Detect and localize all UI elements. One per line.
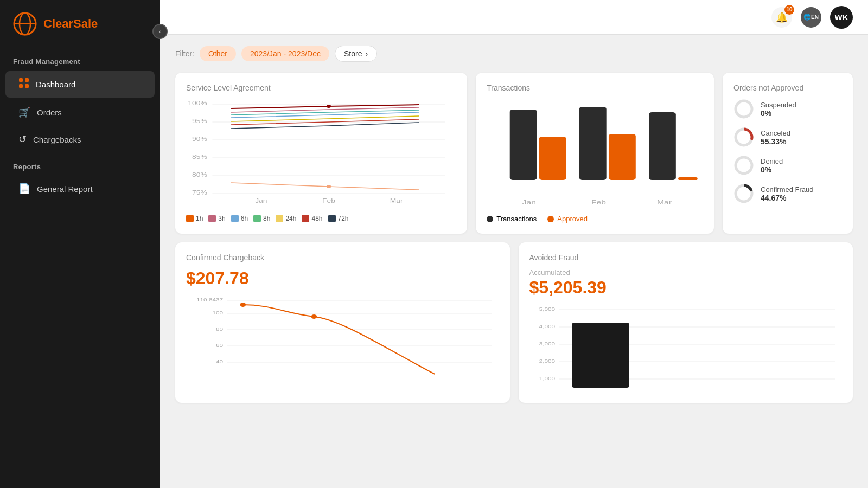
canceled-value: 55.33%: [761, 137, 790, 146]
transactions-legend: Transactions Approved: [487, 215, 703, 223]
sidebar-item-general-report[interactable]: 📄 General Report: [5, 176, 155, 201]
tx-legend-transactions: Transactions: [487, 215, 537, 223]
svg-text:100%: 100%: [188, 100, 207, 107]
svg-point-50: [311, 314, 317, 319]
svg-text:5,000: 5,000: [539, 306, 555, 311]
svg-rect-29: [678, 177, 698, 180]
chargeback-chart: 110.8437 100 80 60 40: [186, 294, 499, 381]
stat-confirmed-fraud: Confirmed Fraud 44.67%: [733, 183, 842, 204]
content-area: Filter: Other 2023/Jan - 2023/Dec Store …: [160, 35, 868, 488]
svg-text:95%: 95%: [192, 118, 207, 125]
sla-legend: 1h 3h 6h 8h: [186, 215, 456, 222]
sidebar-item-dashboard[interactable]: Dashboard: [5, 71, 155, 98]
user-initials: WK: [835, 12, 848, 22]
donut-denied: [733, 155, 754, 176]
sidebar-collapse-button[interactable]: ‹: [152, 24, 168, 39]
stat-suspended: Suspended 0%: [733, 99, 842, 119]
general-report-icon: 📄: [18, 183, 30, 195]
filter-chip-date[interactable]: 2023/Jan - 2023/Dec: [241, 46, 329, 61]
language-button[interactable]: 🌐 EN: [801, 7, 821, 28]
notifications-button[interactable]: 🔔 10: [771, 7, 792, 28]
sidebar: ClearSale ‹ Fraud Management Dashboard 🛒…: [0, 0, 160, 488]
sla-title: Service Level Agreement: [186, 84, 456, 92]
canceled-label: Canceled: [761, 129, 790, 137]
stat-denied: Denied 0%: [733, 155, 842, 176]
section1-label: Fraud Management: [0, 48, 160, 70]
svg-text:Jan: Jan: [255, 198, 267, 204]
legend-1h: 1h: [186, 215, 203, 222]
general-report-label: General Report: [37, 184, 93, 194]
donut-canceled: [733, 127, 754, 147]
svg-rect-25: [539, 137, 566, 180]
chargebacks-icon: ↺: [18, 133, 27, 145]
section2-label: Reports: [0, 153, 160, 175]
dashboard-icon: [18, 78, 29, 91]
svg-rect-24: [510, 110, 537, 180]
legend-8h: 8h: [253, 215, 270, 222]
svg-text:40: 40: [216, 359, 223, 364]
svg-text:1,000: 1,000: [539, 376, 555, 381]
user-avatar[interactable]: WK: [830, 6, 853, 29]
main-area: 🔔 10 🌐 EN WK Filter: Other 2023/Jan - 20…: [160, 0, 868, 488]
filter-chip-other[interactable]: Other: [200, 46, 236, 61]
legend-6h: 6h: [231, 215, 248, 222]
denied-label: Denied: [761, 157, 783, 165]
svg-point-22: [327, 105, 331, 108]
donut-suspended: [733, 99, 754, 119]
sidebar-item-orders[interactable]: 🛒 Orders: [5, 100, 155, 125]
stat-canceled: Canceled 55.33%: [733, 127, 842, 147]
legend-72h: 72h: [328, 215, 349, 222]
svg-rect-28: [649, 112, 676, 180]
fraud-label: Confirmed Fraud: [761, 185, 814, 194]
row-1: Service Level Agreement 100% 95% 90% 85%…: [175, 73, 853, 234]
accumulated-label: Accumulated: [529, 268, 843, 277]
svg-text:80: 80: [216, 326, 223, 331]
dashboard-label: Dashboard: [36, 80, 75, 89]
chargeback-card: Confirmed Chargeback $207.78 110.8437 10…: [175, 242, 510, 403]
suspended-value: 0%: [761, 109, 796, 118]
filter-chip-store[interactable]: Store ›: [335, 46, 377, 62]
chargeback-title: Confirmed Chargeback: [186, 253, 499, 262]
legend-48h: 48h: [302, 215, 322, 222]
svg-point-33: [736, 101, 752, 117]
chargeback-value: $207.78: [186, 268, 499, 288]
svg-rect-6: [25, 84, 29, 88]
svg-rect-4: [25, 78, 29, 82]
chargebacks-label: Chargebacks: [33, 135, 81, 144]
filter-bar: Filter: Other 2023/Jan - 2023/Dec Store …: [175, 46, 853, 62]
svg-text:60: 60: [216, 343, 223, 348]
orders-not-approved-title: Orders not Approved: [733, 84, 842, 92]
header: 🔔 10 🌐 EN WK: [160, 0, 868, 35]
logo-icon: [13, 12, 37, 36]
avoided-fraud-title: Avoided Fraud: [529, 253, 843, 262]
logo-area: ClearSale: [0, 0, 160, 48]
language-icon: 🌐: [803, 14, 811, 21]
svg-rect-26: [579, 107, 607, 180]
svg-text:Jan: Jan: [522, 199, 536, 206]
svg-text:90%: 90%: [192, 136, 207, 143]
tx-legend-approved: Approved: [547, 215, 588, 223]
orders-icon: 🛒: [18, 106, 30, 118]
sidebar-item-chargebacks[interactable]: ↺ Chargebacks: [5, 127, 155, 152]
donut-confirmed-fraud: [733, 183, 754, 204]
svg-rect-5: [19, 84, 23, 88]
svg-text:2,000: 2,000: [539, 358, 555, 363]
legend-24h: 24h: [276, 215, 296, 222]
fraud-value: 44.67%: [761, 194, 814, 202]
denied-value: 0%: [761, 165, 783, 174]
avoided-fraud-value: $5,205.39: [529, 278, 843, 298]
orders-label: Orders: [37, 108, 62, 117]
transactions-card: Transactions Jan Feb Mar: [476, 73, 714, 234]
svg-text:Feb: Feb: [322, 198, 335, 204]
svg-text:110.8437: 110.8437: [196, 297, 223, 302]
svg-point-36: [736, 157, 752, 174]
logo-text: ClearSale: [43, 17, 98, 31]
avoided-fraud-card: Avoided Fraud Accumulated $5,205.39 5,00…: [519, 242, 853, 403]
svg-rect-27: [609, 134, 636, 180]
svg-rect-61: [572, 323, 629, 388]
svg-rect-3: [19, 78, 23, 82]
svg-text:80%: 80%: [192, 172, 207, 178]
svg-text:3,000: 3,000: [539, 341, 555, 346]
language-label: EN: [811, 14, 819, 20]
svg-text:Feb: Feb: [591, 199, 606, 206]
